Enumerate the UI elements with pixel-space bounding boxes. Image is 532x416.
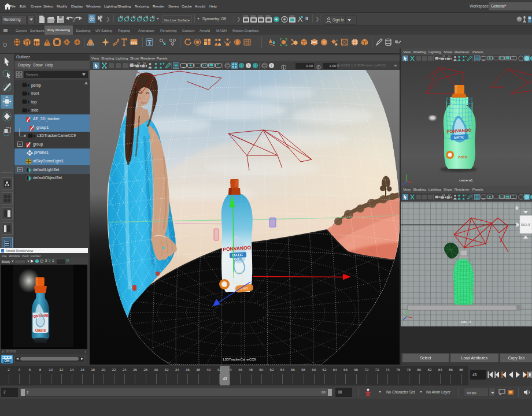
svg-text:T: T	[512, 195, 514, 198]
svg-text:24: 24	[448, 55, 451, 58]
svg-text:+: +	[336, 38, 338, 42]
svg-text:MATIC: MATIC	[232, 253, 244, 257]
svg-text:MATIC: MATIC	[454, 135, 466, 139]
svg-text:camera1: camera1	[459, 179, 473, 182]
svg-text:L3DTrackerCameCC9: L3DTrackerCameCC9	[223, 358, 256, 361]
svg-text:+: +	[164, 39, 166, 42]
svg-text:SVG: SVG	[130, 41, 137, 44]
svg-text:asis: asis	[458, 154, 467, 159]
svg-text:T: T	[217, 64, 219, 67]
svg-text:24: 24	[143, 62, 146, 65]
svg-text:RIGHT: RIGHT	[521, 223, 531, 226]
svg-text:24: 24	[137, 62, 141, 65]
svg-text:+: +	[286, 38, 287, 41]
svg-text:24: 24	[448, 194, 451, 196]
svg-text:Oasis: Oasis	[35, 327, 46, 333]
svg-text:24: 24	[442, 55, 445, 58]
svg-text:24: 24	[442, 194, 445, 196]
svg-text:T: T	[512, 57, 514, 60]
svg-text:side -X: side -X	[461, 320, 472, 324]
